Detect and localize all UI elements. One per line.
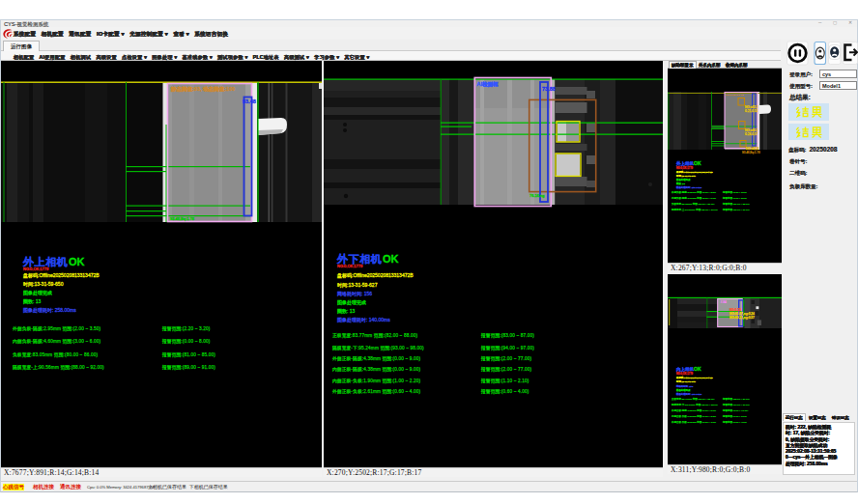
svg-text:76.16,ng: 76.16,ng	[529, 193, 545, 198]
svg-text:73.88: 73.88	[542, 86, 556, 92]
svg-text:图像处理耗时: 258.00ms: 图像处理耗时: 258.00ms	[676, 185, 702, 189]
svg-text:报警范围:(81.00 ~ 85.00): 报警范围:(81.00 ~ 85.00)	[723, 202, 750, 206]
svg-text:内侧正极-隔膜:4.38mm 范围:(0.00 ~ 9.00: 内侧正极-隔膜:4.38mm 范围:(0.00 ~ 9.00)	[332, 366, 421, 373]
svg-text:图像处理完成: 图像处理完成	[337, 299, 366, 306]
svg-text:隔膜宽度-下:95.24mm 范围:(93.00 ~ 98.: 隔膜宽度-下:95.24mm 范围:(93.00 ~ 98.00)	[672, 403, 718, 406]
svg-text:报警范围:(1.10 ~ 2.10): 报警范围:(1.10 ~ 2.10)	[723, 414, 747, 418]
svg-text:93.48,Bq:1.78: 93.48,Bq:1.78	[170, 216, 195, 221]
svg-text:报警范围:(2.20 ~ 3.20): 报警范围:(2.20 ~ 3.20)	[723, 190, 747, 194]
svg-text:图像处理耗时: 140.00ms: 图像处理耗时: 140.00ms	[676, 392, 702, 396]
svg-text:负极宽度:83.05mm 范围:(80.00 ~ 86.00: 负极宽度:83.05mm 范围:(80.00 ~ 86.00)	[13, 352, 98, 358]
svg-text:盘标码:Offline2025020813313472B: 盘标码:Offline2025020813313472B	[676, 170, 713, 174]
svg-text:NG:0,OK:1779: NG:0,OK:1779	[676, 166, 694, 170]
svg-text:图像处理完成: 图像处理完成	[23, 290, 52, 296]
svg-text:0.21,0.53: 0.21,0.53	[745, 109, 758, 113]
svg-text:时间:13-31-59-627: 时间:13-31-59-627	[337, 282, 378, 289]
svg-text:报警范围:(2.00 ~ 77.00): 报警范围:(2.00 ~ 77.00)	[723, 408, 748, 412]
svg-text:OK: OK	[383, 253, 399, 265]
svg-text:隔膜宽度-下:95.24mm 范围:(93.00 ~ 98.: 隔膜宽度-下:95.24mm 范围:(93.00 ~ 98.00)	[332, 345, 424, 351]
svg-text:时间:13-31-59-650: 时间:13-31-59-650	[676, 380, 696, 383]
svg-text:隔膜宽度-上:90.56mm 范围:(88.00 ~ 92.: 隔膜宽度-上:90.56mm 范围:(88.00 ~ 92.00)	[672, 208, 718, 211]
svg-text:内侧正极-负极:1.90mm 范围:(1.00 ~ 2.20: 内侧正极-负极:1.90mm 范围:(1.00 ~ 2.20)	[332, 378, 421, 384]
svg-text:盘标码:Offline2025020813313472B: 盘标码:Offline2025020813313472B	[23, 272, 100, 279]
svg-text:报警范围:(89.00 ~ 91.00): 报警范围:(89.00 ~ 91.00)	[161, 364, 215, 371]
svg-text:内侧正极-负极:1.90mm 范围:(1.00 ~ 2.20: 内侧正极-负极:1.90mm 范围:(1.00 ~ 2.20)	[672, 414, 716, 418]
svg-text:NG:0,OK:1779: NG:0,OK:1779	[337, 264, 363, 268]
svg-text:报警范围:(89.00 ~ 91.00): 报警范围:(89.00 ~ 91.00)	[723, 208, 750, 211]
svg-text:NG:a81.6: NG:a81.6	[746, 147, 759, 151]
svg-text:静态阈值:93, 动态阈值:100: 静态阈值:93, 动态阈值:100	[170, 86, 235, 93]
svg-text:外上相机: 外上相机	[676, 160, 695, 166]
svg-text:报警范围:(94.00 ~ 97.00): 报警范围:(94.00 ~ 97.00)	[723, 403, 750, 406]
svg-text:网络耗时间: 156: 网络耗时间: 156	[676, 385, 694, 388]
svg-text:盘标码:Offline2025020813313472B: 盘标码:Offline2025020813313472B	[337, 272, 414, 279]
svg-text:0.24,0.57: 0.24,0.57	[745, 132, 758, 136]
svg-text:报警范围:(0.00 ~ 8.00): 报警范围:(0.00 ~ 8.00)	[161, 338, 211, 345]
svg-text:隔膜宽度-上:90.56mm 范围:(88.00 ~ 92.: 隔膜宽度-上:90.56mm 范围:(88.00 ~ 92.00)	[13, 364, 104, 371]
svg-text:报警范围:(94.00 ~ 97.00): 报警范围:(94.00 ~ 97.00)	[480, 345, 534, 351]
svg-text:报警范围:(0.60 ~ 4.00): 报警范围:(0.60 ~ 4.00)	[480, 388, 529, 395]
svg-text:正极宽度:83.77mm 范围:(82.00 ~ 88.00: 正极宽度:83.77mm 范围:(82.00 ~ 88.00)	[672, 397, 715, 401]
svg-text:NG:0,OK:1779: NG:0,OK:1779	[676, 372, 694, 376]
svg-text:93.48: 93.48	[243, 98, 256, 104]
svg-text:OK: OK	[694, 366, 701, 372]
svg-text:时间:13-31-59-650: 时间:13-31-59-650	[23, 281, 64, 288]
svg-text:正极宽度:83.77mm 范围:(82.00 ~ 88.00: 正极宽度:83.77mm 范围:(82.00 ~ 88.00)	[332, 332, 417, 339]
svg-text:MS:2.08 Ag:1.18: MS:2.08 Ag:1.18	[726, 94, 744, 97]
svg-text:时间:13-31-59-650: 时间:13-31-59-650	[676, 175, 696, 178]
svg-text:图像处理耗时: 258.00ms: 图像处理耗时: 258.00ms	[23, 307, 76, 314]
svg-text:外侧正极-负极:2.61mm 范围:(0.60 ~ 4.00: 外侧正极-负极:2.61mm 范围:(0.60 ~ 4.00)	[672, 420, 716, 424]
svg-text:圈数: 13: 圈数: 13	[337, 308, 356, 314]
svg-text:93.48,Bq:1.78: 93.48,Bq:1.78	[742, 151, 760, 154]
svg-text:报警范围:(2.00 ~ 77.00): 报警范围:(2.00 ~ 77.00)	[480, 366, 532, 373]
svg-text:报警范围:(83.00 ~ 87.00): 报警范围:(83.00 ~ 87.00)	[480, 332, 534, 339]
svg-text:NG:0,OK:1779: NG:0,OK:1779	[23, 266, 49, 271]
svg-text:图像处理耗时: 140.00ms: 图像处理耗时: 140.00ms	[337, 317, 390, 323]
svg-text:报警范围:(0.00 ~ 8.00): 报警范围:(0.00 ~ 8.00)	[723, 196, 747, 200]
svg-text:外侧负极-隔膜:2.95mm 范围:(2.00 ~ 3.50: 外侧负极-隔膜:2.95mm 范围:(2.00 ~ 3.50)	[13, 325, 101, 332]
svg-text:报警范围:(0.60 ~ 4.00): 报警范围:(0.60 ~ 4.00)	[723, 420, 747, 424]
svg-text:图像处理完成: 图像处理完成	[676, 178, 691, 182]
svg-text:报警范围:(2.20 ~ 3.20): 报警范围:(2.20 ~ 3.20)	[161, 325, 211, 332]
svg-text:外侧正极-负极:2.61mm 范围:(0.60 ~ 4.00: 外侧正极-负极:2.61mm 范围:(0.60 ~ 4.00)	[332, 388, 421, 395]
svg-text:报警范围:(1.10 ~ 2.10): 报警范围:(1.10 ~ 2.10)	[480, 378, 529, 384]
svg-text:NG:80.21,ng:0.57: NG:80.21,ng:0.57	[729, 316, 755, 320]
svg-text:外侧正极-隔膜:4.38mm 范围:(0.00 ~ 9.00: 外侧正极-隔膜:4.38mm 范围:(0.00 ~ 9.00)	[672, 408, 716, 412]
svg-text:报警范围:(2.00 ~ 77.00): 报警范围:(2.00 ~ 77.00)	[480, 355, 532, 362]
svg-text:内侧负极-隔膜:4.60mm 范围:(3.00 ~ 6.00: 内侧负极-隔膜:4.60mm 范围:(3.00 ~ 6.00)	[672, 196, 716, 200]
svg-text:OK: OK	[694, 160, 701, 166]
svg-text:图像处理完成: 图像处理完成	[676, 388, 691, 392]
svg-text:报警范围:(83.00 ~ 87.00): 报警范围:(83.00 ~ 87.00)	[723, 397, 750, 401]
svg-text:盘标码:Offline2025020813313472B: 盘标码:Offline2025020813313472B	[676, 376, 713, 379]
svg-text:7.84: 7.84	[721, 300, 727, 304]
svg-text:OK: OK	[69, 256, 85, 267]
svg-text:外侧负极-隔膜:2.95mm 范围:(2.00 ~ 3.50: 外侧负极-隔膜:2.95mm 范围:(2.00 ~ 3.50)	[672, 190, 716, 194]
svg-text:圈数: 13: 圈数: 13	[676, 182, 685, 185]
svg-text:报警范围:(81.00 ~ 85.00): 报警范围:(81.00 ~ 85.00)	[161, 351, 215, 358]
svg-text:负极宽度:83.05mm 范围:(80.00 ~ 86.00: 负极宽度:83.05mm 范围:(80.00 ~ 86.00)	[672, 202, 715, 206]
svg-text:外侧正极-隔膜:4.38mm 范围:(0.00 ~ 9.00: 外侧正极-隔膜:4.38mm 范围:(0.00 ~ 9.00)	[332, 355, 421, 362]
svg-text:内侧负极-隔膜:4.60mm 范围:(3.00 ~ 6.00: 内侧负极-隔膜:4.60mm 范围:(3.00 ~ 6.00)	[13, 338, 101, 345]
svg-text:圈数: 13: 圈数: 13	[23, 298, 42, 304]
svg-text:网络耗时间: 156: 网络耗时间: 156	[337, 291, 372, 297]
svg-text:AI检测框: AI检测框	[477, 81, 500, 88]
